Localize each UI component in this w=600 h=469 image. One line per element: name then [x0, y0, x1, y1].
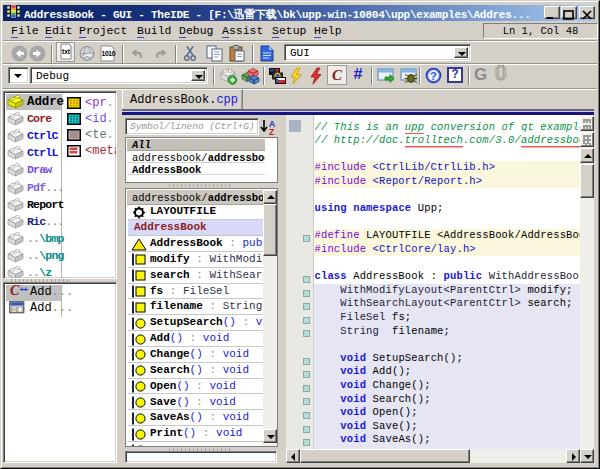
svg-text:txt: txt	[62, 48, 71, 55]
svg-text:1010: 1010	[102, 50, 116, 57]
svg-text:?: ?	[430, 70, 437, 82]
svg-text:Z: Z	[269, 127, 274, 135]
